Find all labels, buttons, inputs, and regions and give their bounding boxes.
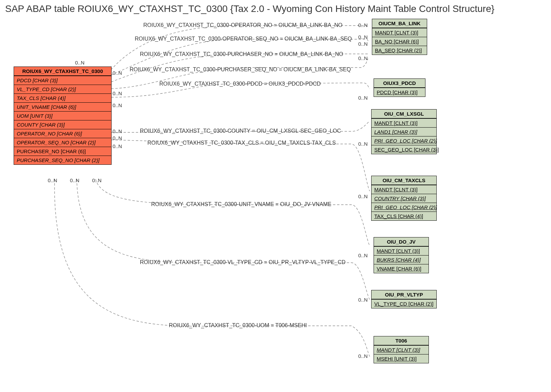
field: LAND1 [CHAR (3)] — [372, 127, 436, 136]
cardinality: 0..N — [113, 70, 122, 76]
field: VL_TYPE_CD [CHAR (2)] — [14, 85, 111, 93]
page-title: SAP ABAP table ROIUX6_WY_CTAXHST_TC_0300… — [5, 3, 494, 14]
entity-name: OIU_PR_VLTYP — [372, 290, 436, 299]
cardinality: 0..N — [358, 193, 368, 199]
field: PDCD [CHAR (3)] — [374, 88, 425, 97]
cardinality: 0..N — [113, 135, 122, 141]
cardinality: 0..N — [358, 95, 368, 101]
field: BA_SEQ [CHAR (2)] — [372, 46, 427, 55]
field: COUNTRY [CHAR (3)] — [372, 194, 436, 203]
field: PURCHASER_NO [CHAR (6)] — [14, 147, 111, 156]
relation-label: ROIUX6_WY_CTAXHST_TC_0300-OPERATOR_SEQ_N… — [135, 36, 352, 42]
field: UOM [UNIT (3)] — [14, 111, 111, 120]
entity-name: OIU_CM_TAXCLS — [372, 176, 436, 185]
entity-main: ROIUX6_WY_CTAXHST_TC_0300 PDCD [CHAR (3)… — [14, 67, 112, 165]
cardinality: 0..N — [70, 177, 79, 183]
entity-name: T006 — [374, 336, 429, 345]
entity-lxsgl: OIU_CM_LXSGL MANDT [CLNT (3)] LAND1 [CHA… — [371, 109, 437, 154]
field: PRI_GEO_LOC [CHAR (2)] — [372, 203, 436, 212]
field: TAX_CLS [CHAR (4)] — [14, 93, 111, 102]
relation-label: ROIUX6_WY_CTAXHST_TC_0300-PURCHASER_SEQ_… — [130, 67, 351, 73]
field: MANDT [CLNT (3)] — [372, 185, 436, 194]
cardinality: 0..N — [113, 90, 122, 96]
field: MANDT [CLNT (3)] — [374, 345, 429, 354]
field: VNAME [CHAR (6)] — [374, 264, 429, 273]
cardinality: 0..N — [48, 177, 57, 183]
field: PDCD [CHAR (3)] — [14, 76, 111, 85]
field: VL_TYPE_CD [CHAR (2)] — [372, 299, 436, 308]
entity-name: OIU_CM_LXSGL — [372, 110, 436, 118]
cardinality: 0..N — [113, 102, 122, 108]
field: TAX_CLS [CHAR (4)] — [372, 212, 436, 220]
field: PRI_GEO_LOC [CHAR (2)] — [372, 136, 436, 145]
cardinality: 0..N — [358, 353, 368, 359]
relation-label: ROIUX6_WY_CTAXHST_TC_0300-TAX_CLS = OIU_… — [147, 140, 336, 146]
field: SEC_GEO_LOC [CHAR (3)] — [372, 145, 436, 154]
cardinality: 0..N — [92, 177, 102, 183]
entity-name: OIUX3_PDCD — [374, 79, 425, 88]
field: MSEHI [UNIT (3)] — [374, 354, 429, 363]
relation-label: ROIUX6_WY_CTAXHST_TC_0300-PURCHASER_NO =… — [140, 51, 343, 57]
cardinality: 0..N — [358, 297, 368, 303]
field: MANDT [CLNT (3)] — [374, 246, 429, 255]
entity-taxcls: OIU_CM_TAXCLS MANDT [CLNT (3)] COUNTRY [… — [371, 176, 437, 221]
relation-label: ROIUX6_WY_CTAXHST_TC_0300-UNIT_VNAME = O… — [151, 201, 331, 207]
entity-vltyp: OIU_PR_VLTYP VL_TYPE_CD [CHAR (2)] — [371, 290, 437, 308]
field: MANDT [CLNT (3)] — [372, 28, 427, 37]
cardinality: 0..N — [358, 141, 368, 147]
field: OPERATOR_SEQ_NO [CHAR (2)] — [14, 138, 111, 147]
relation-label: ROIUX6_WY_CTAXHST_TC_0300-PDCD = OIUX3_P… — [159, 81, 321, 87]
field: BA_NO [CHAR (6)] — [372, 37, 427, 46]
entity-t006: T006 MANDT [CLNT (3)] MSEHI [UNIT (3)] — [374, 336, 429, 363]
field: UNIT_VNAME [CHAR (6)] — [14, 102, 111, 111]
entity-pdcd: OIUX3_PDCD PDCD [CHAR (3)] — [374, 78, 425, 97]
entity-ba-link: OIUCM_BA_LINK MANDT [CLNT (3)] BA_NO [CH… — [372, 19, 427, 55]
entity-name: OIU_DO_JV — [374, 237, 429, 246]
field: OPERATOR_NO [CHAR (6)] — [14, 129, 111, 138]
field: MANDT [CLNT (3)] — [372, 118, 436, 127]
cardinality: 0..N — [358, 22, 368, 28]
cardinality: 0..N — [113, 128, 122, 134]
connectors-layer — [0, 0, 551, 392]
relation-label: ROIUX6_WY_CTAXHST_TC_0300-COUNTY = OIU_C… — [140, 128, 341, 134]
field: BUKRS [CHAR (4)] — [374, 255, 429, 264]
entity-main-name: ROIUX6_WY_CTAXHST_TC_0300 — [14, 67, 111, 76]
cardinality: 0..N — [358, 34, 368, 40]
cardinality: 0..N — [358, 41, 368, 47]
cardinality: 0..N — [358, 252, 368, 258]
relation-label: ROIUX6_WY_CTAXHST_TC_0300-UOM = T006-MSE… — [169, 322, 307, 329]
field: PURCHASER_SEQ_NO [CHAR (2)] — [14, 156, 111, 164]
field: COUNTY [CHAR (3)] — [14, 120, 111, 129]
cardinality: 0..N — [113, 143, 122, 149]
relation-label: ROIUX6_WY_CTAXHST_TC_0300-OPERATOR_NO = … — [143, 22, 343, 28]
cardinality: 0..N — [358, 55, 368, 61]
cardinality: 0..N — [75, 60, 85, 66]
entity-name: OIUCM_BA_LINK — [372, 19, 427, 28]
entity-do-jv: OIU_DO_JV MANDT [CLNT (3)] BUKRS [CHAR (… — [374, 237, 429, 273]
relation-label: ROIUX6_WY_CTAXHST_TC_0300-VL_TYPE_CD = O… — [140, 259, 346, 265]
